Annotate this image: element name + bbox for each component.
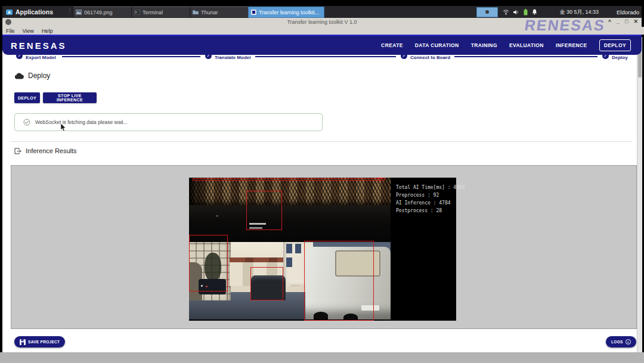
screen: Applications ⋮ 061749.png Terminal Thuna bbox=[0, 0, 644, 363]
window-shutter bbox=[286, 244, 292, 253]
logs-label: LOGS bbox=[611, 340, 623, 344]
taskbar-separator: ⋮ bbox=[67, 7, 73, 14]
websocket-status-text: WebSocket is fetching data please wait..… bbox=[35, 119, 128, 125]
deploy-section-title: Deploy bbox=[28, 72, 50, 80]
window-shutter bbox=[286, 257, 292, 267]
section-divider bbox=[11, 141, 633, 142]
detection-box bbox=[189, 235, 228, 291]
app-navbar: RENESAS CREATE DATA CURATION TRAINING EV… bbox=[2, 36, 642, 55]
step-connector bbox=[255, 56, 396, 57]
stop-live-inference-button[interactable]: STOP LIVE INFERENCE bbox=[43, 92, 97, 103]
deploy-button[interactable]: DEPLOY bbox=[14, 92, 40, 103]
results-section-heading: Inference Results bbox=[14, 147, 77, 154]
detection-box bbox=[193, 178, 382, 181]
inference-stats-panel: Total AI Time[ms] : 4888 Preprocess : 92… bbox=[391, 178, 456, 321]
results-section-title: Inference Results bbox=[26, 147, 77, 154]
xfce-applications-icon bbox=[6, 9, 13, 15]
nav-menu: CREATE DATA CURATION TRAINING EVALUATION… bbox=[381, 36, 631, 55]
task-label: Transfer learning toolkit... bbox=[259, 10, 319, 15]
taskbar-clock[interactable]: 金 30 5月, 14:33 bbox=[559, 6, 599, 18]
save-project-label: SAVE PROJECT bbox=[28, 340, 60, 344]
info-icon: i bbox=[626, 339, 631, 345]
toolkit-app-icon bbox=[251, 10, 256, 15]
export-arrow-icon bbox=[14, 148, 21, 154]
live-inference-frame: ▸ · · · bbox=[189, 178, 456, 321]
maximize-button[interactable]: □ bbox=[625, 18, 628, 24]
desktop: Applications ⋮ 061749.png Terminal Thuna bbox=[2, 6, 642, 352]
nav-evaluation[interactable]: EVALUATION bbox=[509, 42, 544, 48]
nav-inference[interactable]: INFERENCE bbox=[556, 42, 587, 48]
play-glyph: ▸ bbox=[216, 213, 219, 218]
toolkit-app: ✓ Export Model ✓ Translate Model ✓ Conne… bbox=[2, 35, 642, 353]
cloud-icon bbox=[14, 73, 24, 79]
logs-button[interactable]: LOGS i bbox=[606, 336, 636, 348]
wifi-icon[interactable] bbox=[503, 10, 509, 15]
pager-window-dot bbox=[485, 10, 489, 14]
step-connector bbox=[454, 56, 597, 57]
nav-training[interactable]: TRAINING bbox=[471, 42, 497, 48]
stat-total-time: Total AI Time[ms] : 4888 bbox=[396, 184, 456, 191]
nav-create[interactable]: CREATE bbox=[381, 42, 403, 48]
save-icon bbox=[20, 339, 26, 345]
image-icon bbox=[76, 10, 82, 15]
taskbar-username[interactable]: Eldorado bbox=[617, 6, 639, 18]
detection-box bbox=[250, 267, 283, 300]
terminal-icon bbox=[134, 10, 140, 15]
deploy-section-heading: Deploy bbox=[14, 72, 50, 80]
folder-icon bbox=[193, 10, 199, 15]
battery-icon[interactable] bbox=[524, 9, 528, 15]
task-button-image[interactable]: 061749.png bbox=[73, 7, 136, 18]
detection-box bbox=[246, 191, 282, 230]
minimize-button[interactable]: _ bbox=[617, 18, 620, 24]
task-label: Terminal bbox=[143, 10, 163, 15]
applications-menu-button[interactable]: Applications bbox=[6, 6, 53, 18]
task-button-terminal[interactable]: Terminal bbox=[131, 7, 194, 18]
menu-file[interactable]: File bbox=[6, 28, 15, 34]
window-shutter bbox=[295, 244, 301, 253]
nav-deploy[interactable]: DEPLOY bbox=[599, 39, 631, 51]
mouse-cursor bbox=[60, 123, 66, 132]
task-label: Thunar bbox=[201, 10, 218, 15]
status-check-icon bbox=[23, 119, 30, 126]
save-project-button[interactable]: SAVE PROJECT bbox=[14, 336, 65, 348]
app-scrollbar[interactable]: ▲ bbox=[637, 37, 642, 352]
nav-data-curation[interactable]: DATA CURATION bbox=[415, 42, 459, 48]
applications-label: Applications bbox=[16, 8, 53, 15]
inference-results-panel: ▸ · · · bbox=[11, 165, 637, 329]
menu-view[interactable]: View bbox=[23, 28, 34, 34]
detection-box bbox=[377, 178, 385, 181]
window-control-dots: · · · bbox=[366, 207, 382, 212]
renesas-watermark: RENESAS bbox=[524, 17, 606, 34]
window-controls: ^ _ □ ✕ bbox=[608, 18, 638, 24]
task-label: 061749.png bbox=[84, 10, 113, 15]
task-button-thunar[interactable]: Thunar bbox=[190, 7, 253, 18]
shade-button[interactable]: ^ bbox=[608, 18, 611, 24]
volume-icon[interactable] bbox=[513, 10, 519, 15]
stat-postprocess: Postprocess : 28 bbox=[396, 207, 456, 215]
step-connector bbox=[62, 56, 200, 57]
detection-box bbox=[304, 241, 374, 321]
stat-ai-inference: AI Inference : 4784 bbox=[396, 199, 456, 207]
notification-bell-icon[interactable] bbox=[532, 9, 537, 15]
task-button-toolkit[interactable]: Transfer learning toolkit... bbox=[248, 7, 324, 18]
woven-texture-band bbox=[189, 178, 391, 205]
stat-preprocess: Preprocess : 92 bbox=[396, 191, 456, 199]
camera-view: ▸ · · · bbox=[189, 178, 391, 321]
system-tray bbox=[503, 6, 537, 18]
menu-help[interactable]: Help bbox=[42, 28, 53, 34]
close-button[interactable]: ✕ bbox=[633, 18, 638, 24]
renesas-logo: RENESAS bbox=[11, 41, 67, 51]
workspace-pager[interactable] bbox=[476, 7, 498, 17]
bottom-bezel bbox=[0, 352, 644, 363]
